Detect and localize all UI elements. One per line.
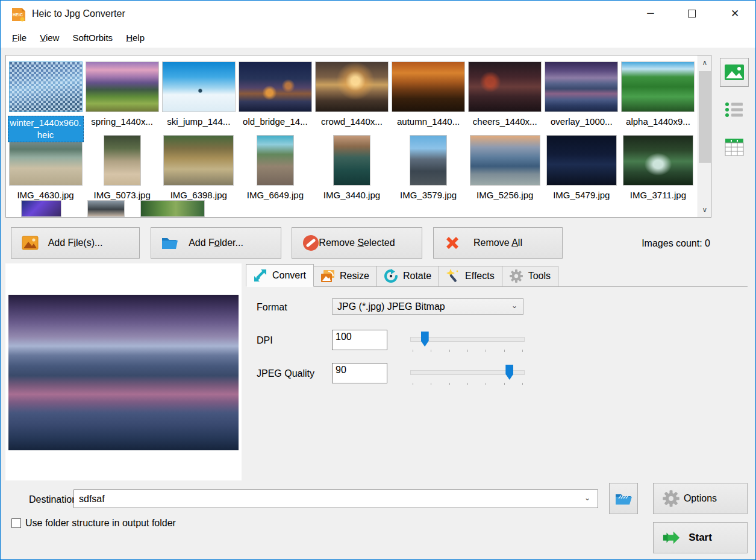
thumbnail-image[interactable] [315, 61, 389, 112]
thumbnail-image[interactable] [392, 61, 465, 112]
thumbnail-image[interactable] [86, 61, 159, 112]
thumbnail-image[interactable] [545, 61, 618, 112]
thumbnail-item[interactable]: IMG_4630.jpg [7, 135, 84, 209]
thumbnail-row: IMG_4630.jpgIMG_5073.jpgIMG_6398.jpgIMG_… [7, 135, 696, 209]
tab-rotate-label: Rotate [403, 271, 431, 282]
use-folder-structure-checkbox[interactable] [11, 518, 21, 528]
thumbnail-image[interactable] [410, 135, 447, 186]
convert-icon [252, 268, 268, 283]
thumbnail-item[interactable]: ski_jump_144... [160, 61, 237, 135]
thumbnail-filename: overlay_1000... [549, 116, 614, 127]
thumbnail-filename: IMG_5073.jpg [93, 189, 152, 201]
thumbnail-item[interactable]: IMG_5479.jpg [543, 135, 620, 209]
thumbnail-row: winter_1440x960.heicspring_1440x...ski_j… [7, 61, 696, 135]
thumbnail-image[interactable] [239, 61, 312, 112]
browse-folder-icon [614, 491, 633, 506]
format-value: JPG (*.jpg) JPEG Bitmap [337, 301, 445, 312]
thumbnail-image[interactable] [257, 135, 294, 186]
maximize-button[interactable] [678, 1, 705, 26]
thumbnail-image[interactable] [163, 135, 234, 186]
dpi-slider[interactable] [410, 331, 525, 349]
menu-view[interactable]: View [33, 30, 66, 45]
jpeg-quality-slider[interactable] [410, 364, 525, 382]
close-button[interactable]: ✕ [721, 1, 749, 26]
thumbnail-filename: IMG_5479.jpg [552, 189, 611, 201]
thumbnail-image-partial[interactable] [87, 200, 125, 217]
thumbnail-item[interactable]: cheers_1440x... [467, 61, 543, 135]
thumbnail-image[interactable] [470, 135, 540, 186]
table-view-button[interactable] [720, 133, 749, 162]
thumbnail-item[interactable]: IMG_6649.jpg [237, 135, 313, 209]
menu-file[interactable]: File [5, 30, 33, 45]
start-label: Start [689, 532, 712, 544]
rotate-icon [383, 268, 399, 284]
thumbnail-item[interactable]: IMG_3440.jpg [313, 135, 390, 209]
tab-strip: Convert Resize Rotate Effects Tools [246, 264, 748, 287]
thumbnail-item[interactable]: IMG_3579.jpg [390, 135, 467, 209]
thumbnail-item[interactable]: winter_1440x960.heic [7, 61, 84, 135]
thumbnail-view-button[interactable] [720, 58, 749, 87]
thumbnail-item[interactable]: spring_1440x... [84, 61, 160, 135]
thumbnail-filename: IMG_6398.jpg [169, 189, 228, 201]
dpi-slider-thumb[interactable] [421, 332, 429, 347]
scrollbar-thumb[interactable] [699, 71, 711, 163]
list-scrollbar[interactable]: ∧ ∨ [698, 55, 711, 217]
thumbnail-image[interactable] [162, 61, 236, 112]
options-button[interactable]: Options [653, 483, 748, 514]
destination-combo[interactable]: sdfsaf ⌄ [73, 489, 598, 508]
thumbnail-item[interactable]: IMG_3711.jpg [620, 135, 696, 209]
scroll-up-icon[interactable]: ∧ [698, 55, 711, 70]
thumbnail-image[interactable] [104, 135, 141, 186]
thumbnail-image[interactable] [621, 61, 695, 112]
add-folder-button[interactable]: Add Folder... [151, 227, 281, 259]
thumbnail-item[interactable]: IMG_5256.jpg [467, 135, 543, 209]
minimize-button[interactable]: ─ [637, 1, 664, 26]
thumbnail-image[interactable] [623, 135, 693, 186]
tab-resize[interactable]: Resize [313, 266, 377, 286]
thumbnail-image-partial[interactable] [140, 200, 205, 217]
thumbnail-item[interactable]: crowd_1440x... [313, 61, 390, 135]
thumbnail-grid: winter_1440x960.heicspring_1440x...ski_j… [7, 55, 696, 209]
thumbnail-item[interactable]: IMG_6398.jpg [160, 135, 237, 209]
menu-softorbits[interactable]: SoftOrbits [66, 30, 119, 45]
jpeg-quality-input[interactable]: 90 [332, 363, 387, 383]
dpi-input[interactable]: 100 [332, 330, 387, 350]
menu-help[interactable]: Help [119, 30, 151, 45]
thumbnail-image[interactable] [546, 135, 617, 186]
thumbnail-filename: IMG_3579.jpg [399, 189, 458, 201]
app-icon: HEIC [11, 7, 27, 22]
images-count-label: Images count: 0 [642, 238, 710, 249]
file-list-panel: winter_1440x960.heicspring_1440x...ski_j… [5, 55, 711, 218]
preview-pane [5, 263, 242, 480]
add-files-button[interactable]: Add File(s)... [11, 227, 140, 259]
add-folder-icon [161, 234, 179, 252]
tab-tools[interactable]: Tools [502, 266, 558, 286]
thumbnail-image[interactable] [9, 135, 83, 186]
effects-icon [445, 268, 461, 284]
preview-image [8, 295, 239, 450]
start-button[interactable]: Start [653, 522, 748, 553]
remove-all-label: Remove All [473, 238, 522, 248]
jpeg-quality-slider-thumb[interactable] [505, 365, 513, 380]
thumbnail-item[interactable]: overlay_1000... [543, 61, 620, 135]
thumbnail-image[interactable] [468, 61, 542, 112]
thumbnail-image-partial[interactable] [21, 200, 61, 217]
thumbnail-filename: IMG_3440.jpg [322, 189, 381, 201]
tab-rotate[interactable]: Rotate [376, 266, 439, 286]
thumbnail-item[interactable]: IMG_5073.jpg [84, 135, 160, 209]
remove-selected-button[interactable]: Remove Selected [292, 227, 422, 259]
thumbnail-item[interactable]: autumn_1440... [390, 61, 467, 135]
tab-convert[interactable]: Convert [246, 264, 314, 287]
thumbnail-image[interactable] [9, 61, 83, 112]
list-view-button[interactable] [720, 95, 749, 124]
browse-folder-button[interactable] [609, 483, 638, 514]
thumbnail-image[interactable] [333, 135, 370, 186]
start-arrow-icon [662, 529, 680, 547]
scroll-down-icon[interactable]: ∨ [698, 203, 711, 217]
format-dropdown[interactable]: JPG (*.jpg) JPEG Bitmap ⌄ [332, 298, 523, 315]
thumbnail-item[interactable]: alpha_1440x9... [620, 61, 696, 135]
thumbnail-item[interactable]: old_bridge_14... [237, 61, 313, 135]
remove-all-button[interactable]: Remove All [433, 227, 563, 259]
tab-effects[interactable]: Effects [439, 266, 502, 286]
app-window: HEIC Heic to Jpg Converter ─ ✕ File View… [0, 0, 756, 560]
